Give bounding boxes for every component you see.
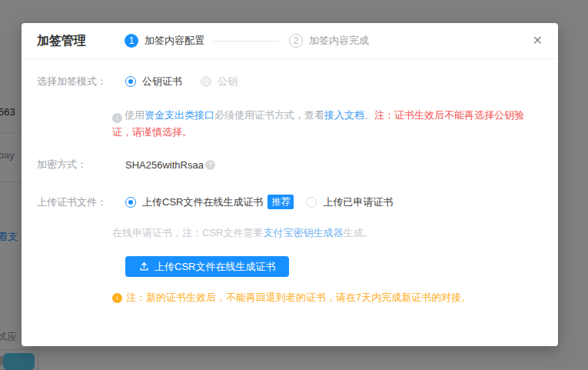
radio-label: 公钥证书 [142, 75, 182, 88]
hint-text: 生成。 [343, 227, 373, 238]
sign-mode-note: i使用资金支出类接口必须使用证书方式，查看接入文档。注：证书生效后不能再选择公钥… [112, 107, 543, 141]
hint-text: 在线申请证书，注：CSR文件需要 [112, 227, 263, 238]
encrypt-method-label: 加密方式： [37, 158, 125, 172]
radio-upload-csr-generate[interactable]: 上传CSR文件在线生成证书 推荐 [125, 195, 294, 209]
csr-hint: 在线申请证书，注：CSR文件需要支付宝密钥生成器生成。 [112, 226, 543, 240]
note-text: 。 [364, 109, 374, 121]
step-1-circle: 1 [125, 34, 138, 48]
fund-expense-api-link[interactable]: 资金支出类接口 [145, 109, 214, 121]
key-generator-link[interactable]: 支付宝密钥生成器 [263, 227, 343, 238]
help-icon[interactable]: ? [205, 160, 215, 170]
encrypt-method-row: 加密方式： SHA256withRsaa ? [37, 158, 543, 172]
signature-management-dialog: 加签管理 1 加签内容配置 2 加签内容完成 ✕ 选择加签模式： 公钥证书 公钥… [22, 23, 558, 346]
encrypt-method-text: SHA256withRsaa [125, 159, 204, 171]
cert-upload-row: 上传证书文件： 上传CSR文件在线生成证书 推荐 上传已申请证书 [37, 195, 543, 209]
radio-selected-icon [125, 197, 136, 208]
info-icon: i [112, 113, 122, 123]
radio-unselected-icon [306, 197, 317, 208]
step-1-label: 加签内容配置 [145, 34, 204, 48]
radio-upload-existing-cert[interactable]: 上传已申请证书 [306, 195, 393, 209]
upload-button-label: 上传CSR文件在线生成证书 [154, 260, 275, 274]
radio-unselected-icon [201, 76, 211, 87]
radio-selected-icon [125, 76, 136, 87]
warning-icon: i [112, 293, 122, 303]
sign-mode-label: 选择加签模式： [37, 75, 125, 88]
dialog-title: 加签管理 [37, 33, 86, 49]
new-cert-warning: i 注：新的证书生效后，不能再回退到老的证书，请在7天内完成新证书的对接。 [112, 291, 543, 305]
upload-csr-button[interactable]: 上传CSR文件在线生成证书 [125, 256, 289, 277]
warning-text: 注：新的证书生效后，不能再回退到老的证书，请在7天内完成新证书的对接。 [126, 291, 471, 305]
radio-label: 上传CSR文件在线生成证书 [142, 195, 263, 209]
cert-upload-label: 上传证书文件： [37, 195, 125, 209]
radio-public-key[interactable]: 公钥 [201, 75, 238, 88]
radio-public-key-certificate[interactable]: 公钥证书 [125, 75, 182, 88]
step-2-circle: 2 [289, 34, 303, 48]
note-text: 使用 [125, 109, 145, 121]
step-connector-line [214, 41, 280, 42]
radio-label: 上传已申请证书 [323, 195, 393, 209]
dialog-body: 选择加签模式： 公钥证书 公钥 i使用资金支出类接口必须使用证书方式，查看接入文… [22, 59, 558, 320]
recommended-badge: 推荐 [267, 195, 294, 209]
radio-label: 公钥 [218, 75, 238, 88]
dialog-header: 加签管理 1 加签内容配置 2 加签内容完成 ✕ [22, 23, 558, 59]
close-icon[interactable]: ✕ [533, 35, 543, 47]
encrypt-method-value: SHA256withRsaa ? [125, 159, 215, 171]
steps-indicator: 1 加签内容配置 2 加签内容完成 [125, 34, 369, 48]
upload-icon [139, 262, 149, 272]
integration-docs-link[interactable]: 接入文档 [324, 109, 364, 121]
sign-mode-row: 选择加签模式： 公钥证书 公钥 [37, 75, 543, 88]
note-text: 必须使用证书方式，查看 [214, 109, 324, 121]
step-2-label: 加签内容完成 [309, 34, 369, 48]
